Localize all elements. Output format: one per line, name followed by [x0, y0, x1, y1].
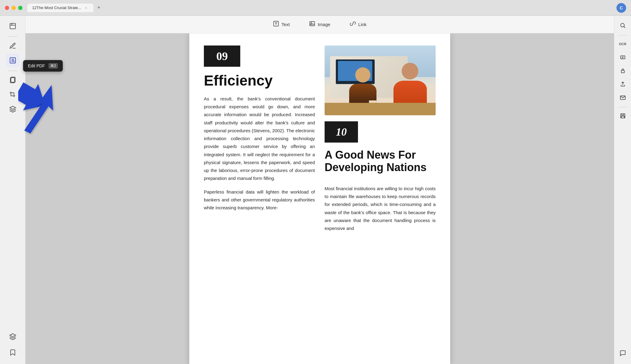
pdf-area[interactable]: 09 Efficiency As a result, the bank's co…: [25, 33, 614, 364]
svg-line-14: [352, 23, 353, 24]
section-10-body: Most financial institutions are willing …: [325, 185, 436, 233]
traffic-lights: [5, 6, 22, 10]
close-button[interactable]: [5, 6, 9, 10]
annotate-icon[interactable]: [6, 39, 19, 52]
link-icon: [350, 21, 356, 28]
right-toolbar: OCR: [614, 16, 631, 364]
share-icon[interactable]: [617, 78, 629, 90]
right-divider-2: [619, 107, 627, 107]
link-tool-label: Link: [358, 22, 367, 27]
text-tool-button[interactable]: Text: [269, 19, 294, 30]
section-09-para1: As a result, the bank's conventional doc…: [204, 95, 315, 183]
sidebar-divider-2: [8, 71, 18, 71]
section-09-right: 10 A Good News For Developing Nations Mo…: [325, 46, 436, 232]
add-tab-button[interactable]: +: [95, 4, 103, 12]
page-view-icon[interactable]: [6, 19, 19, 33]
main-content: Text Image: [25, 16, 614, 364]
left-sidebar: [0, 16, 25, 364]
sidebar-divider-1: [8, 36, 18, 37]
link-tool-button[interactable]: Link: [346, 19, 370, 30]
tooltip-shortcut: ⌘2: [49, 63, 58, 69]
ocr-icon[interactable]: OCR: [617, 38, 629, 50]
text-icon: [273, 21, 279, 28]
titlebar: 12The Most Crucial Strate... × + C: [0, 0, 631, 16]
section-09-left: 09 Efficiency As a result, the bank's co…: [204, 46, 315, 232]
ocr-label: OCR: [619, 42, 626, 46]
svg-point-13: [311, 23, 312, 24]
svg-point-15: [621, 23, 624, 27]
section-10-title: A Good News For Developing Nations: [325, 149, 436, 174]
app-body: Edit PDF ⌘2 Text: [0, 16, 631, 364]
svg-rect-20: [621, 70, 624, 73]
user-avatar[interactable]: C: [616, 3, 626, 13]
chat-icon[interactable]: [617, 347, 629, 359]
right-divider-1: [619, 35, 627, 35]
svg-rect-0: [10, 23, 15, 29]
sidebar-bottom: [6, 330, 19, 360]
tab-close-button[interactable]: ×: [84, 5, 89, 10]
bookmark-icon[interactable]: [6, 346, 19, 359]
image-icon: [309, 21, 315, 28]
pages-icon[interactable]: [6, 73, 19, 87]
edit-pdf-tooltip: Edit PDF ⌘2: [23, 60, 63, 72]
pdf-page: 09 Efficiency As a result, the bank's co…: [189, 33, 450, 364]
image-tool-button[interactable]: Image: [305, 19, 334, 30]
active-tab[interactable]: 12The Most Crucial Strate... ×: [27, 4, 93, 12]
tooltip-label: Edit PDF: [28, 63, 45, 68]
edit-pdf-icon[interactable]: [6, 54, 19, 67]
minimize-button[interactable]: [12, 6, 16, 10]
maximize-button[interactable]: [18, 6, 22, 10]
office-photo: [325, 46, 436, 115]
section-09: 09 Efficiency As a result, the bank's co…: [204, 46, 436, 232]
section-09-para2: Paperless financial data will lighten th…: [204, 188, 315, 212]
section-09-title: Efficiency: [204, 73, 315, 89]
top-toolbar: Text Image: [25, 16, 614, 33]
protect-icon[interactable]: [617, 65, 629, 77]
stack-icon[interactable]: [6, 103, 19, 116]
save-icon[interactable]: [617, 110, 629, 122]
redact-icon[interactable]: [617, 51, 629, 63]
crop-icon[interactable]: [6, 88, 19, 101]
layers-icon[interactable]: [6, 330, 19, 343]
search-icon[interactable]: [617, 19, 629, 32]
image-tool-label: Image: [318, 22, 330, 27]
email-icon[interactable]: [617, 91, 629, 103]
section-09-number: 09: [204, 46, 240, 67]
svg-marker-6: [10, 334, 16, 337]
svg-rect-23: [622, 114, 624, 115]
svg-rect-24: [621, 116, 624, 118]
svg-rect-12: [310, 22, 315, 26]
svg-line-16: [624, 27, 625, 28]
tab-bar: 12The Most Crucial Strate... × +: [27, 4, 616, 12]
tab-title: 12The Most Crucial Strate...: [32, 5, 81, 10]
text-tool-label: Text: [282, 22, 290, 27]
section-10-number: 10: [325, 121, 358, 143]
